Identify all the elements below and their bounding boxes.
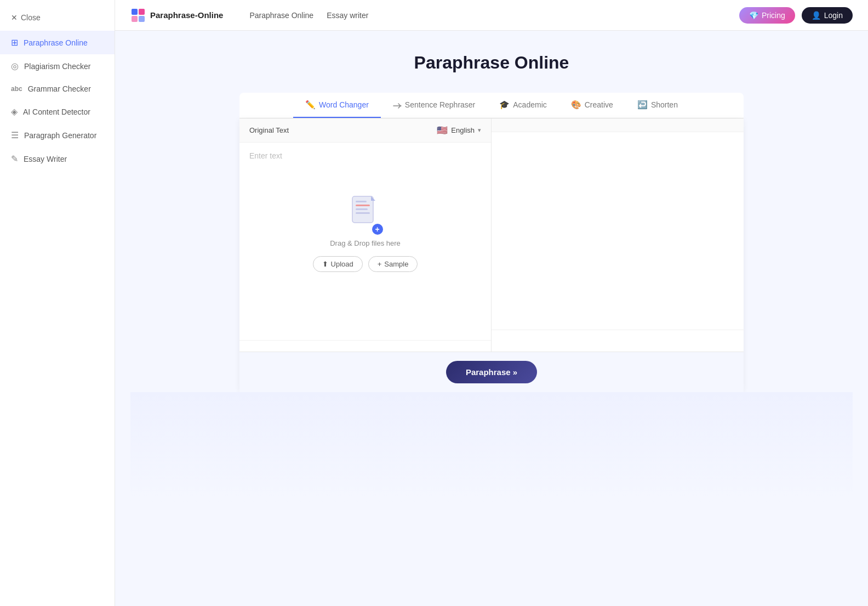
drop-actions: ⬆ Upload + Sample [313, 256, 418, 272]
sidebar-item-plagiarism-checker[interactable]: ◎ Plagiarism Checker [0, 54, 115, 78]
academic-icon: 🎓 [499, 100, 510, 110]
enter-text-placeholder: Enter text [249, 151, 282, 160]
svg-rect-3 [139, 16, 145, 22]
sidebar: ✕ Close ⊞ Paraphrase Online ◎ Plagiarism… [0, 0, 115, 606]
sidebar-item-label: Paragraph Generator [24, 131, 96, 140]
page-title: Paraphrase Online [130, 53, 853, 73]
bottom-area [130, 392, 853, 502]
tab-label: Shorten [651, 100, 678, 109]
close-button[interactable]: ✕ Close [0, 9, 115, 31]
pricing-icon: 💎 [749, 11, 758, 20]
brand-logo-icon [130, 8, 146, 23]
paragraph-icon: ☰ [11, 130, 19, 140]
tabs-wrapper: ✏️ Word Changer Sentence Rephraser 🎓 Aca… [239, 93, 744, 392]
right-panel [492, 118, 744, 352]
word-changer-icon: ✏️ [305, 100, 316, 110]
right-panel-header [492, 118, 744, 132]
tab-shorten[interactable]: ↩️ Shorten [625, 93, 690, 118]
paraphrase-icon: ⊞ [11, 37, 18, 48]
sidebar-item-label: AI Content Detector [23, 107, 90, 116]
grammar-icon: abc [11, 85, 22, 93]
tab-creative[interactable]: 🎨 Creative [559, 93, 625, 118]
sidebar-item-ai-content-detector[interactable]: ◈ AI Content Detector [0, 100, 115, 123]
right-panel-body [492, 132, 744, 330]
content-area: Paraphrase Online ✏️ Word Changer Senten… [115, 31, 868, 606]
sidebar-item-essay-writer[interactable]: ✎ Essay Writer [0, 147, 115, 171]
svg-rect-7 [356, 208, 368, 210]
original-text-label: Original Text [249, 126, 289, 134]
user-icon: 👤 [812, 11, 821, 20]
navbar: Paraphrase-Online Paraphrase Online Essa… [115, 0, 868, 31]
action-bar: Paraphrase » [239, 352, 744, 392]
tab-academic[interactable]: 🎓 Academic [487, 93, 558, 118]
left-panel: Original Text 🇺🇸 English ▾ Enter text [239, 118, 492, 352]
left-panel-header: Original Text 🇺🇸 English ▾ [239, 118, 491, 143]
sidebar-item-label: Grammar Checker [28, 84, 91, 93]
sidebar-item-grammar-checker[interactable]: abc Grammar Checker [0, 78, 115, 100]
pricing-button[interactable]: 💎 Pricing [739, 7, 795, 24]
svg-rect-2 [132, 16, 138, 22]
login-button[interactable]: 👤 Login [802, 7, 853, 24]
right-panel-bottom [492, 330, 744, 341]
tab-label: Creative [585, 100, 613, 109]
language-selector[interactable]: 🇺🇸 English ▾ [437, 125, 481, 135]
tab-label: Sentence Rephraser [405, 100, 475, 109]
paraphrase-label: Paraphrase » [466, 367, 517, 377]
drag-drop-label: Drag & Drop files here [330, 239, 401, 247]
sidebar-item-paraphrase-online[interactable]: ⊞ Paraphrase Online [0, 31, 115, 54]
svg-rect-0 [132, 9, 138, 15]
brand-name: Paraphrase-Online [150, 10, 223, 20]
upload-button[interactable]: ⬆ Upload [313, 256, 363, 272]
nav-link-essay[interactable]: Essay writer [327, 11, 368, 20]
creative-icon: 🎨 [571, 100, 581, 110]
nav-links: Paraphrase Online Essay writer [249, 11, 722, 20]
drop-icon-wrapper: + [350, 195, 381, 233]
svg-rect-5 [356, 201, 367, 202]
nav-link-paraphrase[interactable]: Paraphrase Online [249, 11, 313, 20]
editor-container: Original Text 🇺🇸 English ▾ Enter text [239, 118, 744, 392]
sidebar-item-label: Paraphrase Online [24, 38, 88, 47]
plus-icon: + [378, 260, 382, 268]
close-icon: ✕ [11, 13, 18, 22]
tab-label: Academic [513, 100, 546, 109]
sample-label: Sample [384, 260, 408, 268]
paraphrase-button[interactable]: Paraphrase » [446, 361, 537, 383]
pricing-label: Pricing [762, 11, 785, 20]
tab-word-changer[interactable]: ✏️ Word Changer [293, 93, 381, 118]
language-label: English [451, 126, 475, 134]
tabs-bar: ✏️ Word Changer Sentence Rephraser 🎓 Aca… [239, 93, 744, 118]
svg-rect-8 [356, 212, 370, 214]
plus-badge: + [372, 224, 383, 235]
main-area: Paraphrase-Online Paraphrase Online Essa… [115, 0, 868, 606]
sidebar-item-label: Essay Writer [24, 155, 67, 163]
chevron-down-icon: ▾ [478, 127, 481, 134]
drop-zone[interactable]: + Drag & Drop files here ⬆ Upload [249, 173, 481, 294]
left-panel-body[interactable]: Enter text [239, 143, 491, 340]
close-label: Close [21, 13, 41, 22]
essay-icon: ✎ [11, 154, 18, 164]
tab-sentence-rephraser[interactable]: Sentence Rephraser [381, 93, 487, 118]
brand-link[interactable]: Paraphrase-Online [130, 8, 223, 23]
tab-label: Word Changer [319, 100, 369, 109]
upload-label: Upload [331, 260, 353, 268]
sentence-rephraser-icon [393, 100, 402, 109]
navbar-actions: 💎 Pricing 👤 Login [739, 7, 853, 24]
flag-icon: 🇺🇸 [437, 125, 448, 135]
sample-button[interactable]: + Sample [368, 256, 418, 272]
sidebar-item-paragraph-generator[interactable]: ☰ Paragraph Generator [0, 123, 115, 147]
left-panel-bottom [239, 340, 491, 352]
svg-rect-1 [139, 9, 145, 15]
svg-rect-6 [356, 205, 370, 206]
upload-icon: ⬆ [322, 260, 328, 268]
plagiarism-icon: ◎ [11, 61, 19, 71]
editor-panels: Original Text 🇺🇸 English ▾ Enter text [239, 118, 744, 352]
login-label: Login [824, 11, 843, 20]
shorten-icon: ↩️ [637, 100, 648, 110]
ai-icon: ◈ [11, 106, 18, 117]
sidebar-item-label: Plagiarism Checker [24, 62, 90, 71]
